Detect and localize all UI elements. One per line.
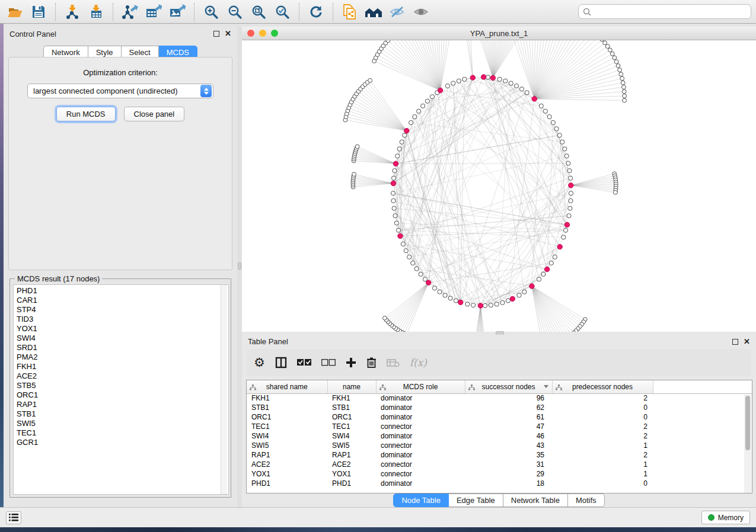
mcds-result-item[interactable]: TEC1 — [17, 428, 228, 438]
column-header-shared-name[interactable]: shared name — [247, 380, 327, 393]
mcds-dominator-node[interactable] — [393, 161, 398, 166]
export-network-icon[interactable] — [120, 2, 140, 21]
mcds-dominator-node[interactable] — [391, 181, 395, 185]
status-bar: Memory — [0, 507, 756, 527]
column-header-predecessor-nodes[interactable]: predecessor nodes — [552, 380, 653, 393]
run-mcds-button[interactable]: Run MCDS — [56, 107, 116, 121]
mcds-result-scrollbar[interactable] — [221, 285, 227, 494]
hide-selected-icon[interactable] — [387, 2, 407, 21]
close-panel-icon[interactable]: ✕ — [225, 31, 231, 37]
network-file-icon[interactable] — [340, 2, 360, 21]
mcds-dominator-node[interactable] — [564, 222, 569, 227]
table-tab-motifs[interactable]: Motifs — [568, 493, 605, 507]
table-row[interactable]: PHD1PHD1dominator180 — [247, 479, 752, 488]
deselect-all-icon[interactable] — [321, 359, 336, 366]
table-row[interactable]: ACE2ACE2connector311 — [247, 460, 752, 469]
table-tab-edge-table[interactable]: Edge Table — [449, 493, 503, 507]
table-row[interactable]: STB1STB1dominator620 — [247, 403, 752, 412]
show-columns-icon[interactable] — [275, 357, 287, 368]
optimization-criterion-select[interactable]: largest connected component (undirected) — [27, 84, 213, 98]
mcds-result-item[interactable]: SWI4 — [17, 334, 228, 343]
mcds-dominator-node[interactable] — [510, 296, 515, 301]
zoom-in-icon[interactable] — [201, 2, 221, 21]
save-icon[interactable] — [28, 2, 49, 21]
mcds-dominator-node[interactable] — [470, 75, 475, 80]
search-input[interactable] — [594, 8, 747, 16]
table-row[interactable]: SWI5SWI5connector431 — [247, 441, 752, 450]
table-row[interactable]: FKH1FKH1dominator962 — [247, 393, 752, 403]
toolbar-separator — [333, 3, 333, 21]
table-row[interactable]: TEC1TEC1connector472 — [247, 422, 752, 431]
column-header-name[interactable]: name — [327, 380, 376, 393]
first-neighbors-icon[interactable] — [363, 2, 384, 21]
mcds-dominator-node[interactable] — [569, 183, 573, 188]
mcds-result-item[interactable]: ORC1 — [17, 390, 228, 400]
mcds-result-item[interactable]: STB5 — [17, 381, 228, 390]
mcds-result-item[interactable]: RAP1 — [17, 400, 228, 409]
import-table-icon[interactable] — [86, 2, 106, 21]
mcds-dominator-node[interactable] — [490, 75, 495, 80]
toolbar-separator — [55, 3, 56, 21]
export-table-icon[interactable] — [143, 2, 164, 21]
vertical-splitter[interactable] — [237, 27, 242, 507]
table-row[interactable]: YOX1YOX1connector291 — [247, 469, 752, 479]
mcds-result-list[interactable]: PHD1CAR1STP4TID3YOX1SWI4SRD1PMA2FKH1ACE2… — [13, 284, 229, 495]
table-tab-node-table[interactable]: Node Table — [393, 493, 449, 507]
search-field[interactable] — [578, 4, 751, 19]
close-table-panel-icon[interactable]: ✕ — [744, 339, 750, 345]
mcds-dominator-node[interactable] — [398, 233, 403, 238]
table-row[interactable]: RAP1RAP1dominator352 — [247, 450, 752, 460]
table-tab-network-table[interactable]: Network Table — [503, 493, 568, 507]
show-all-icon[interactable] — [411, 2, 431, 21]
mcds-dominator-node[interactable] — [557, 244, 562, 249]
task-history-icon[interactable] — [6, 511, 21, 524]
delete-column-icon[interactable] — [366, 357, 377, 368]
add-column-icon[interactable] — [346, 357, 356, 368]
float-table-panel-icon[interactable] — [732, 339, 738, 345]
sort-chevron-icon[interactable] — [544, 385, 548, 388]
mcds-dominator-node[interactable] — [545, 267, 550, 271]
mcds-result-item[interactable]: CAR1 — [17, 296, 228, 305]
float-panel-icon[interactable] — [213, 31, 219, 37]
network-canvas[interactable] — [242, 40, 756, 332]
mcds-result-item[interactable]: SRD1 — [17, 343, 228, 352]
select-all-icon[interactable] — [297, 359, 311, 366]
table-settings-icon[interactable]: ⚙ — [254, 357, 265, 368]
mcds-result-item[interactable]: STB1 — [17, 409, 228, 419]
export-image-icon[interactable] — [167, 2, 187, 21]
mcds-result-item[interactable]: SWI5 — [17, 419, 228, 428]
mcds-result-item[interactable]: FKH1 — [17, 362, 228, 371]
mcds-dominator-node[interactable] — [481, 75, 486, 79]
mcds-result-item[interactable]: GCR1 — [17, 438, 228, 447]
column-header-MCDS-role[interactable]: MCDS role — [376, 380, 465, 393]
refresh-icon[interactable] — [306, 2, 326, 21]
column-header-successor-nodes[interactable]: successor nodes — [465, 380, 552, 393]
close-panel-button[interactable]: Close panel — [124, 107, 185, 121]
mcds-result-item[interactable]: TID3 — [17, 315, 228, 324]
mcds-dominator-node[interactable] — [404, 129, 409, 133]
table-row[interactable]: ORC1ORC1dominator610 — [247, 412, 752, 422]
memory-button[interactable]: Memory — [701, 511, 750, 524]
mcds-dominator-node[interactable] — [532, 97, 537, 101]
open-icon[interactable] — [5, 2, 25, 21]
mcds-result-item[interactable]: ACE2 — [17, 371, 228, 381]
zoom-fit-icon[interactable] — [248, 2, 269, 21]
table-row[interactable]: SWI4SWI4dominator462 — [247, 431, 752, 441]
mcds-dominator-node[interactable] — [529, 284, 534, 289]
mcds-dominator-node[interactable] — [458, 300, 463, 305]
mcds-result-item[interactable]: PHD1 — [17, 286, 228, 296]
desktop-wallpaper-bottom — [0, 527, 756, 532]
mcds-dominator-node[interactable] — [438, 88, 442, 92]
table-scrollbar[interactable] — [744, 395, 751, 493]
mcds-dominator-node[interactable] — [478, 303, 483, 308]
network-graph[interactable] — [242, 40, 756, 332]
zoom-out-icon[interactable] — [225, 2, 245, 21]
network-view-window: YPA_prune.txt_1 — [242, 27, 756, 332]
import-network-icon[interactable] — [62, 2, 82, 21]
zoom-selected-icon[interactable] — [272, 2, 292, 21]
network-window-titlebar[interactable]: YPA_prune.txt_1 — [242, 27, 756, 40]
mcds-dominator-node[interactable] — [426, 280, 431, 285]
mcds-result-item[interactable]: YOX1 — [17, 324, 228, 334]
mcds-result-item[interactable]: STP4 — [17, 305, 228, 315]
mcds-result-item[interactable]: PMA2 — [17, 352, 228, 362]
